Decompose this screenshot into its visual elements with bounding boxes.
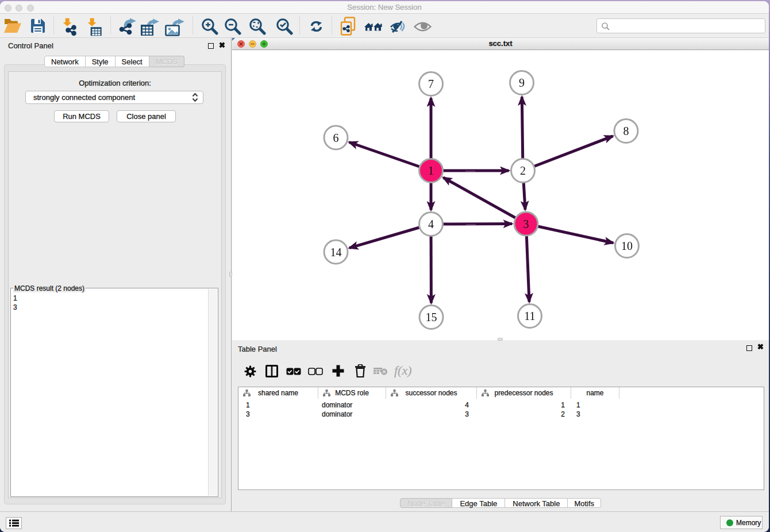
svg-text:8: 8: [623, 125, 629, 137]
svg-text:2: 2: [520, 164, 526, 177]
svg-text:9: 9: [519, 76, 525, 89]
svg-text:10: 10: [621, 240, 633, 252]
svg-text:15: 15: [426, 311, 437, 323]
svg-text:6: 6: [333, 132, 339, 144]
svg-text:3: 3: [523, 218, 529, 230]
svg-text:14: 14: [330, 246, 342, 259]
svg-text:11: 11: [524, 310, 535, 322]
svg-text:4: 4: [428, 218, 434, 230]
svg-text:7: 7: [428, 78, 434, 90]
svg-text:1: 1: [428, 164, 434, 177]
